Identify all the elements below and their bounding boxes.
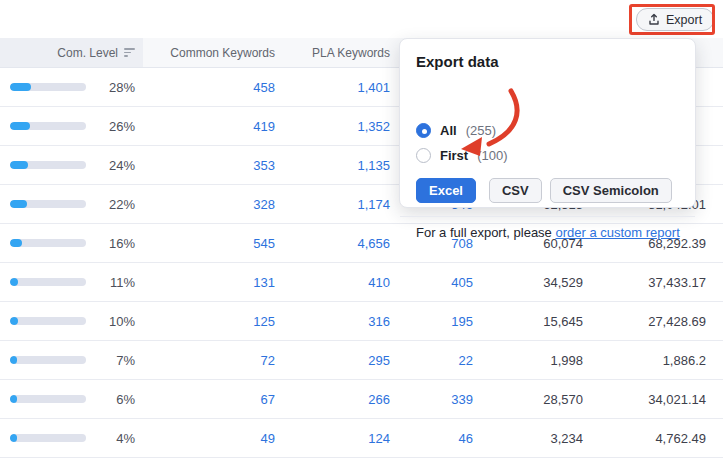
col6-value: 34,021.14 [583, 380, 706, 418]
pla-keywords-value[interactable]: 316 [275, 302, 390, 340]
column-header-pla-keywords[interactable]: PLA Keywords [275, 38, 390, 67]
excel-button[interactable]: Excel [416, 178, 476, 203]
competition-level-bar [10, 395, 86, 403]
pla-keywords-value[interactable]: 124 [275, 419, 390, 457]
popup-title: Export data [416, 53, 499, 70]
competition-level-bar [10, 434, 86, 442]
competition-level-bar [10, 356, 86, 364]
order-custom-report-link[interactable]: order a custom report [555, 225, 679, 240]
table-row: 6% 67 266 339 28,570 34,021.14 [0, 380, 723, 419]
competition-level-bar [10, 317, 86, 325]
toolbar: Export [0, 0, 723, 38]
common-keywords-value[interactable]: 131 [143, 263, 275, 301]
competition-level-bar [10, 161, 86, 169]
col6-value: 27,428.69 [583, 302, 706, 340]
competition-percent: 6% [86, 392, 135, 407]
col4-value[interactable]: 195 [390, 302, 473, 340]
col5-value: 15,645 [473, 302, 583, 340]
pla-keywords-value[interactable]: 266 [275, 380, 390, 418]
sort-descending-icon [124, 48, 135, 57]
common-keywords-value[interactable]: 419 [143, 107, 275, 145]
common-keywords-value[interactable]: 72 [143, 341, 275, 379]
format-buttons-row: Excel CSV CSV Semicolon [416, 178, 680, 203]
radio-button-icon[interactable] [416, 148, 431, 163]
competition-level-bar [10, 83, 86, 91]
com-level-label: Com. Level [57, 46, 118, 60]
common-keywords-value[interactable]: 545 [143, 224, 275, 262]
table-row: 4% 49 124 46 3,234 4,762.49 [0, 419, 723, 458]
pla-keywords-value[interactable]: 410 [275, 263, 390, 301]
pla-keywords-value[interactable]: 4,656 [275, 224, 390, 262]
competition-percent: 4% [86, 431, 135, 446]
radio-option-all[interactable]: All (255) [416, 123, 496, 138]
radio-count: (100) [477, 148, 507, 163]
popup-footer: For a full export, please order a custom… [416, 225, 680, 240]
competition-level-bar [10, 239, 86, 247]
radio-count: (255) [466, 123, 496, 138]
export-popup: Export data All (255) First (100) Excel … [399, 38, 696, 208]
col6-value: 37,433.17 [583, 263, 706, 301]
table-row: 11% 131 410 405 34,529 37,433.17 [0, 263, 723, 302]
radio-button-icon[interactable] [416, 123, 431, 138]
radio-label: All [440, 123, 457, 138]
pla-keywords-value[interactable]: 1,174 [275, 185, 390, 223]
col4-value[interactable]: 22 [390, 341, 473, 379]
radio-label: First [440, 148, 468, 163]
export-button[interactable]: Export [636, 8, 714, 31]
competition-percent: 28% [86, 80, 135, 95]
common-keywords-value[interactable]: 125 [143, 302, 275, 340]
column-header-common-keywords[interactable]: Common Keywords [143, 38, 275, 67]
pla-keywords-value[interactable]: 1,401 [275, 68, 390, 106]
pla-keywords-value[interactable]: 1,352 [275, 107, 390, 145]
column-header-com-level[interactable]: Com. Level [0, 38, 143, 67]
col5-value: 3,234 [473, 419, 583, 457]
competition-level-bar [10, 122, 86, 130]
competition-percent: 10% [86, 314, 135, 329]
col4-value[interactable]: 339 [390, 380, 473, 418]
col6-value: 4,762.49 [583, 419, 706, 457]
competition-percent: 22% [86, 197, 135, 212]
footer-text: For a full export, please [416, 225, 555, 240]
page: Export Com. Level Common Keywords PLA Ke… [0, 0, 723, 462]
competition-percent: 16% [86, 236, 135, 251]
col5-value: 34,529 [473, 263, 583, 301]
competition-level-bar [10, 200, 86, 208]
competition-level-bar [10, 278, 86, 286]
popup-divider [400, 216, 695, 217]
col5-value: 1,998 [473, 341, 583, 379]
radio-option-first[interactable]: First (100) [416, 148, 508, 163]
common-keywords-value[interactable]: 458 [143, 68, 275, 106]
upload-icon [648, 13, 660, 26]
pla-keywords-value[interactable]: 1,135 [275, 146, 390, 184]
col5-value: 28,570 [473, 380, 583, 418]
competition-percent: 11% [86, 275, 135, 290]
common-keywords-value[interactable]: 67 [143, 380, 275, 418]
pla-keywords-value[interactable]: 295 [275, 341, 390, 379]
common-keywords-value[interactable]: 353 [143, 146, 275, 184]
common-keywords-value[interactable]: 49 [143, 419, 275, 457]
col6-value: 1,886.2 [583, 341, 706, 379]
table-row: 10% 125 316 195 15,645 27,428.69 [0, 302, 723, 341]
col4-value[interactable]: 46 [390, 419, 473, 457]
export-button-label: Export [666, 13, 702, 27]
competition-percent: 26% [86, 119, 135, 134]
competition-percent: 24% [86, 158, 135, 173]
common-keywords-value[interactable]: 328 [143, 185, 275, 223]
table-row: 7% 72 295 22 1,998 1,886.2 [0, 341, 723, 380]
csv-button[interactable]: CSV [489, 178, 542, 203]
col4-value[interactable]: 405 [390, 263, 473, 301]
competition-percent: 7% [86, 353, 135, 368]
csv-semicolon-button[interactable]: CSV Semicolon [550, 178, 672, 203]
